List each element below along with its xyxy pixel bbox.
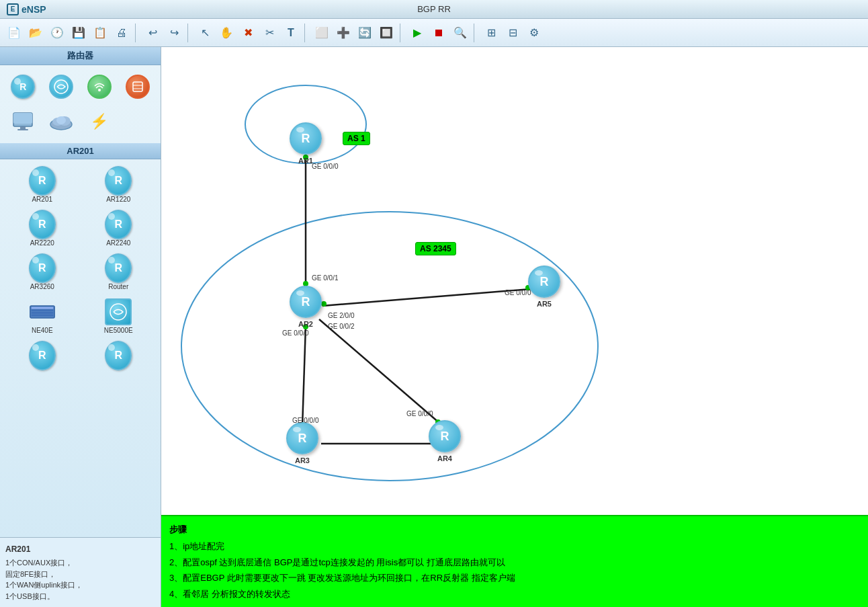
ar3260-icon: R (29, 255, 56, 282)
svg-rect-6 (13, 113, 32, 124)
sidebar-item-router-plain[interactable]: R Router (82, 252, 156, 293)
ar5-label: AR5 (537, 300, 552, 308)
app-name: eNSP (21, 4, 46, 15)
titlebar: E eNSP BGP RR (0, 0, 868, 19)
sidebar: 路由器 R (0, 47, 161, 607)
redo-button[interactable]: ↪ (164, 23, 184, 43)
device9-icon: R (29, 342, 56, 369)
ar1220-label: AR1220 (106, 196, 130, 203)
notes-line-1: 1、ip地址配完 (169, 538, 860, 554)
router-device-icon: R (11, 75, 35, 99)
sidebar-item-monitor[interactable] (5, 106, 41, 138)
sidebar-item-ar1220[interactable]: R AR1220 (82, 165, 156, 206)
router-plain-label: Router (108, 283, 128, 290)
open-file-button[interactable]: 📂 (26, 23, 46, 43)
sidebar-item-ar201[interactable]: R AR201 (5, 165, 79, 206)
network-canvas[interactable]: R AR1 AS 1 GE 0/0/0 GE 0/0/1 R AR2 GE 2/… (161, 47, 868, 607)
undo-button[interactable]: ↩ (142, 23, 163, 43)
delete-button[interactable]: ✖ (238, 23, 258, 43)
cut-button[interactable]: ✂ (259, 23, 279, 43)
sidebar-item-router[interactable]: R (5, 71, 41, 103)
info-line-2: 固定8FE接口， (5, 569, 155, 580)
app-logo: E eNSP (7, 3, 46, 15)
toolbar: 📄 📂 🕐 💾 📋 🖨 ↩ ↪ ↖ ✋ ✖ ✂ T ⬜ ➕ 🔄 🔲 ▶ ⏹ 🔍 … (0, 19, 868, 47)
router-plain-device-icon: R (105, 253, 132, 283)
settings-button[interactable]: ⚙ (524, 23, 544, 43)
ne5000e-label: NE5000E (104, 327, 133, 334)
sidebar-section1-title: 路由器 (0, 47, 161, 65)
sidebar-item-ne5000e[interactable]: NE5000E (82, 296, 156, 337)
recent-button[interactable]: 🕐 (47, 23, 67, 43)
sidebar-item-ar2240[interactable]: R AR2240 (82, 208, 156, 249)
svg-rect-7 (20, 126, 26, 129)
ar1-icon: R (290, 122, 322, 155)
add-device-button[interactable]: ➕ (333, 23, 353, 43)
sidebar-item-firewall[interactable] (120, 71, 155, 103)
toolbar-separator-1 (135, 24, 139, 42)
toolbar-separator-5 (474, 24, 478, 42)
node-ar5[interactable]: R AR5 (528, 266, 560, 308)
node-ar4[interactable]: R AR4 (429, 420, 461, 462)
stop-button[interactable]: ⏹ (429, 23, 449, 43)
main-layout: 路由器 R (0, 47, 868, 607)
new-file-button[interactable]: 📄 (4, 23, 24, 43)
rotate-button[interactable]: 🔄 (355, 23, 375, 43)
play-button[interactable]: ▶ (407, 23, 427, 43)
sidebar-item-ar3260[interactable]: R AR3260 (5, 252, 79, 293)
export-button[interactable]: 📋 (90, 23, 110, 43)
node-ar3[interactable]: R AR3 (286, 422, 318, 464)
firewall-icon-img (124, 73, 151, 100)
window-title: BGP RR (417, 4, 451, 14)
ar5-ge000-label: GE 0/0/0 (505, 289, 531, 296)
svg-point-28 (321, 301, 327, 307)
ar4-label: AR4 (437, 454, 452, 462)
sidebar-item-device9[interactable]: R (5, 339, 79, 373)
grid-button[interactable]: ⊞ (481, 23, 501, 43)
sidebar-item-device10[interactable]: R (82, 339, 156, 373)
ar2240-device-icon: R (105, 210, 132, 239)
sidebar-item-lightning[interactable]: ⚡ (82, 106, 118, 138)
monitor-icon-img (9, 108, 36, 135)
ne40e-icon (29, 298, 56, 325)
select-button[interactable]: ↖ (195, 23, 215, 43)
ar5-icon: R (528, 266, 560, 298)
svg-point-18 (110, 304, 126, 320)
ar2-ge000-label: GE 0/0/0 (282, 329, 308, 337)
ar2-ge002-label: GE 0/0/2 (328, 323, 354, 330)
sidebar-item-switch[interactable] (44, 71, 79, 103)
as2345-badge: AS 2345 (415, 242, 456, 255)
ar2240-label: AR2240 (106, 239, 130, 247)
ar2220-icon: R (29, 211, 56, 238)
capture-button[interactable]: 🔍 (450, 23, 470, 43)
info-line-3: 1个WAN侧uplink接口， (5, 579, 155, 591)
sidebar-item-ar2220[interactable]: R AR2220 (5, 208, 79, 249)
text-button[interactable]: T (281, 23, 301, 43)
ar2220-label: AR2220 (30, 239, 54, 247)
logo-icon: E (7, 3, 19, 15)
toolbar-separator-2 (187, 24, 191, 42)
device10-device-icon: R (105, 341, 132, 370)
rectangle-button[interactable]: ⬜ (312, 23, 332, 43)
notes-line-3: 3、配置EBGP 此时需要更改下一跳 更改发送源地址为环回接口，在RR反射器 指… (169, 570, 860, 585)
zoom-fit-button[interactable]: 🔲 (376, 23, 396, 43)
node-ar1[interactable]: R AR1 (290, 122, 322, 165)
sidebar-item-ne40e[interactable]: NE40E (5, 296, 79, 337)
hand-button[interactable]: ✋ (216, 23, 236, 43)
notes-line-2: 2、配置ospf 达到底层通信 BGP是通过tcp连接发起的 用isis都可以 … (169, 555, 860, 570)
wireless-device-icon (87, 75, 112, 99)
ar2-label: AR2 (298, 320, 313, 328)
save-button[interactable]: 💾 (69, 23, 89, 43)
svg-rect-16 (31, 312, 53, 314)
svg-line-22 (322, 289, 531, 306)
sidebar-item-cloud[interactable] (44, 106, 79, 138)
sidebar-item-wireless[interactable] (82, 71, 118, 103)
node-ar2[interactable]: R AR2 (290, 286, 322, 328)
switch-icon-img (48, 73, 75, 100)
svg-rect-8 (17, 129, 28, 130)
table-button[interactable]: ⊟ (503, 23, 523, 43)
router-plain-icon: R (105, 255, 132, 282)
ar4-ge000-label: GE 0/0/0 (406, 410, 433, 417)
cloud-icon-img (48, 108, 75, 135)
print-button[interactable]: 🖨 (112, 23, 132, 43)
sidebar-section2-title: AR201 (0, 143, 161, 159)
